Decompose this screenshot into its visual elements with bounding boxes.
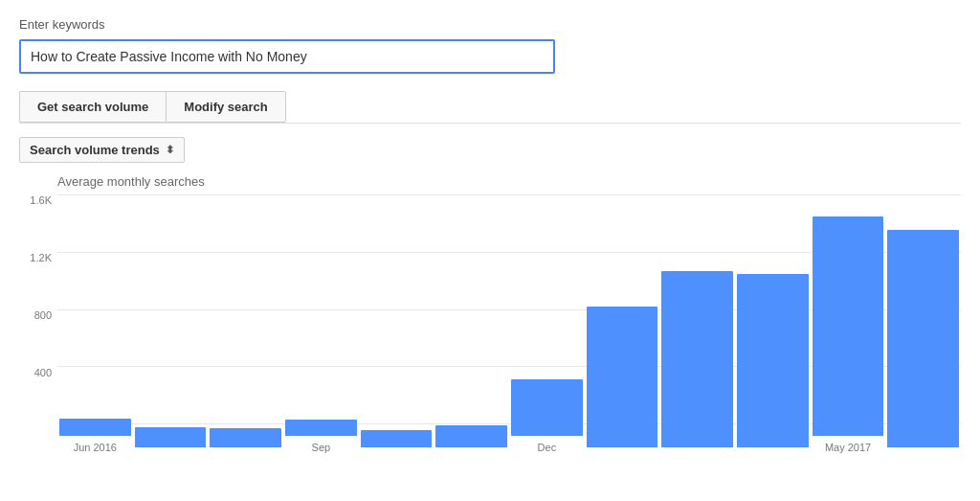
- button-row: Get search volume Modify search: [19, 91, 961, 123]
- bar: [661, 271, 733, 447]
- trends-dropdown[interactable]: Search volume trends ⬍: [19, 137, 185, 163]
- bar: [813, 216, 884, 436]
- trends-dropdown-label: Search volume trends: [30, 143, 160, 157]
- bar-group: Jun 2016: [57, 194, 133, 453]
- y-tick-3: 800: [34, 309, 52, 321]
- chart-section: Search volume trends ⬍ Average monthly s…: [19, 123, 961, 453]
- keyword-input[interactable]: [19, 39, 555, 74]
- bar-group: [659, 194, 735, 453]
- bar-group: [434, 194, 509, 453]
- bar-group: [359, 194, 434, 453]
- bar: [285, 420, 357, 436]
- y-tick-2: 1.2K: [30, 252, 52, 263]
- get-search-volume-button[interactable]: Get search volume: [19, 91, 166, 123]
- bar-group: [208, 194, 283, 453]
- bar: [210, 428, 281, 447]
- bar: [435, 425, 507, 447]
- x-label: May 2017: [825, 442, 871, 453]
- modify-search-button[interactable]: Modify search: [166, 91, 285, 123]
- x-label: Dec: [538, 442, 557, 453]
- y-tick-1: 1.6K: [30, 194, 52, 206]
- bar-group: May 2017: [811, 194, 886, 453]
- bar: [737, 274, 809, 447]
- x-label: Sep: [312, 442, 331, 453]
- chart-area: 1.6K 1.2K 800 400 Jun 2016SepDecMay 2017: [19, 194, 961, 453]
- y-tick-4: 400: [34, 367, 52, 378]
- bar-group: [735, 194, 811, 453]
- bars-and-labels: Jun 2016SepDecMay 2017: [57, 194, 961, 453]
- bar-group: Dec: [509, 194, 585, 453]
- sort-icon: ⬍: [166, 144, 174, 156]
- y-axis: 1.6K 1.2K 800 400: [19, 194, 57, 424]
- chart-y-axis-label: Average monthly searches: [19, 174, 961, 189]
- bar: [887, 230, 959, 447]
- bar-group: Sep: [283, 194, 359, 453]
- bar: [135, 427, 207, 447]
- main-container: Enter keywords Get search volume Modify …: [0, 0, 980, 463]
- x-label: Jun 2016: [74, 442, 117, 453]
- bar-group: [585, 194, 660, 453]
- bar-group: [885, 194, 961, 453]
- enter-keywords-label: Enter keywords: [19, 17, 961, 32]
- trends-dropdown-row: Search volume trends ⬍: [19, 137, 961, 163]
- bar-group: [133, 194, 209, 453]
- bar: [587, 307, 658, 447]
- bar: [59, 419, 131, 436]
- bar: [511, 379, 583, 436]
- bar: [361, 430, 433, 447]
- chart-inner: Jun 2016SepDecMay 2017: [57, 194, 961, 453]
